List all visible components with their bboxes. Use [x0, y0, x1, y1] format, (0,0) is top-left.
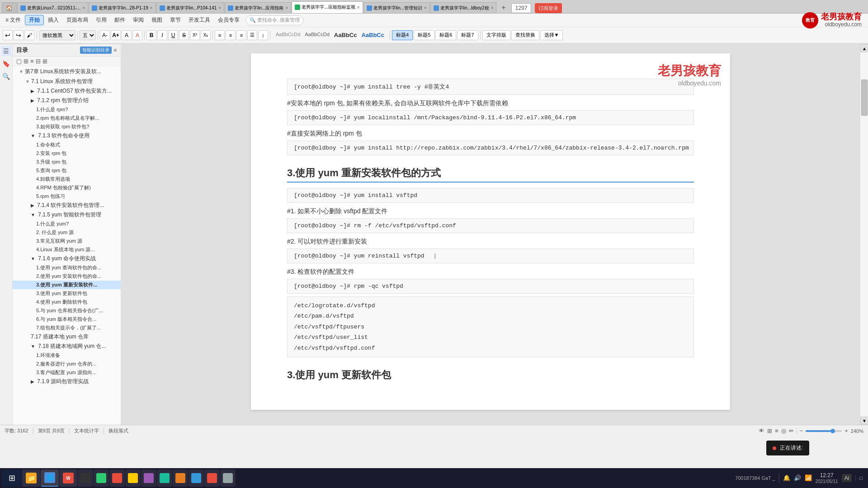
- tab-4[interactable]: 老男孩学字lin...应用指南 ×: [225, 2, 291, 13]
- toc-item-713-3[interactable]: 3.升级 rpm 包: [13, 158, 121, 166]
- heading5-btn[interactable]: 标题5: [414, 30, 434, 40]
- tab-home[interactable]: 🏠: [2, 2, 17, 13]
- zoom-in-btn[interactable]: +: [844, 427, 848, 434]
- toc-item-712-2[interactable]: 2.rpm 包名称格式及名字解...: [13, 114, 121, 122]
- taskbar-item-8[interactable]: [157, 469, 172, 487]
- toc-item-ch7[interactable]: ▼ 第7章 Linux系统软件安装及软...: [13, 66, 121, 77]
- taskbar-item-7[interactable]: [141, 469, 156, 487]
- format-painter[interactable]: 🖌: [24, 30, 34, 40]
- font-size-up[interactable]: A+: [111, 30, 121, 40]
- tab-6[interactable]: 老男孩学字lin...管理知识 ×: [363, 2, 430, 13]
- find-replace-btn[interactable]: 查找替换: [511, 30, 539, 40]
- toc-item-713-rpm[interactable]: 4.RPM 包校验(扩展了解): [13, 183, 121, 192]
- font-size-down[interactable]: A-: [100, 30, 110, 40]
- toc-item-713-1[interactable]: 1.命令格式: [13, 141, 121, 149]
- taskbar-item-wps[interactable]: W: [59, 469, 77, 487]
- sidebar-icon4[interactable]: ⊟: [36, 58, 41, 65]
- taskbar-item-5[interactable]: [109, 469, 125, 487]
- zoom-handle[interactable]: [830, 429, 835, 433]
- justify-btn[interactable]: ☰: [247, 30, 257, 40]
- tab-section[interactable]: 章节: [166, 15, 184, 25]
- view-eye-btn[interactable]: 👁: [759, 427, 764, 434]
- tab-start[interactable]: 开始: [25, 15, 44, 25]
- toc-item-715[interactable]: ▼ 7.1.5 yum 智能软件包管理: [13, 210, 121, 220]
- tab-7[interactable]: 老男孩学字lin...ldboy2校 ×: [430, 2, 497, 13]
- taskbar-show-desktop[interactable]: □: [855, 475, 863, 481]
- taskbar-item-9[interactable]: [173, 469, 188, 487]
- bookmark-icon[interactable]: 🔖: [1, 59, 11, 69]
- toc-item-716-2[interactable]: 2.使用 yum 安装软件包的命...: [13, 272, 121, 281]
- tab-close-1[interactable]: ×: [82, 5, 85, 10]
- view-list-btn[interactable]: ≡: [775, 427, 778, 434]
- tab-close-3[interactable]: ×: [218, 5, 221, 10]
- align-center[interactable]: ≡: [226, 30, 236, 40]
- text-format-btn[interactable]: 文字排版: [482, 30, 510, 40]
- toc-item-711[interactable]: ▶ 7.1.1 CentOS7 软件包安装方...: [13, 86, 121, 96]
- taskbar-item-12[interactable]: [220, 469, 236, 487]
- tab-close-5[interactable]: ×: [357, 5, 360, 10]
- tab-5-active[interactable]: 老男孩学字...应能指标监视 ×: [292, 1, 363, 13]
- toc-item-718[interactable]: ▼ 7.18 搭建本地域网 yum 仓...: [13, 342, 121, 351]
- tab-close-7[interactable]: ×: [491, 5, 494, 10]
- sidebar-icon1[interactable]: ▢: [16, 58, 22, 65]
- align-right[interactable]: ≡: [236, 30, 246, 40]
- select-btn[interactable]: 选择▼: [540, 30, 563, 40]
- taskbar-item-11[interactable]: [204, 469, 220, 487]
- toc-item-712-3[interactable]: 3.如何获取 rpm 软件包?: [13, 122, 121, 131]
- font-family-select[interactable]: 微软雅黑: [39, 30, 75, 40]
- heading4-btn[interactable]: 标题4: [392, 30, 413, 40]
- taskbar-clock-area[interactable]: 12:27 2021/05/11: [816, 472, 838, 485]
- subscript-btn[interactable]: X₂: [201, 30, 211, 40]
- zoom-out-btn[interactable]: −: [800, 427, 803, 434]
- toc-item-716-1[interactable]: 1.使用 yum 查询软件包的命...: [13, 263, 121, 272]
- zoom-slider[interactable]: [806, 430, 842, 432]
- toc-item-716-4[interactable]: 4.使用 yum 删除软件包: [13, 298, 121, 306]
- strikethrough-btn[interactable]: S: [179, 30, 189, 40]
- toc-item-713-2[interactable]: 2.安装 rpm 包: [13, 149, 121, 158]
- toc-item-713-5[interactable]: 5.查询 rpm 包: [13, 166, 121, 175]
- tab-close-4[interactable]: ×: [285, 5, 288, 10]
- tab-ref[interactable]: 引用: [92, 15, 110, 25]
- toc-item-718-2[interactable]: 2.服务器进行 yum 仓库的...: [13, 360, 121, 368]
- bold-btn[interactable]: B: [146, 30, 156, 40]
- tab-1[interactable]: 老男孩Linux7...0210511-... ×: [17, 2, 88, 13]
- font-color-btn[interactable]: A: [122, 30, 132, 40]
- tab-close-2[interactable]: ×: [150, 5, 153, 10]
- italic-btn[interactable]: I: [157, 30, 167, 40]
- toc-item-718-1[interactable]: 1.环境准备: [13, 351, 121, 360]
- view-focus-btn[interactable]: ◎: [781, 427, 786, 434]
- toc-item-714[interactable]: ▶ 7.1.4 软件安装软件包管理...: [13, 201, 121, 210]
- tab-3[interactable]: 老男孩学字lin...P104-141 ×: [156, 2, 225, 13]
- search-nav-icon[interactable]: 🔍: [1, 71, 11, 81]
- sidebar-icon3[interactable]: ≡: [30, 58, 34, 65]
- highlight-btn[interactable]: A: [132, 30, 142, 40]
- align-left[interactable]: ≡: [215, 30, 225, 40]
- sidebar-icon2[interactable]: ⊞: [24, 58, 28, 65]
- taskbar-item-3[interactable]: [78, 469, 93, 487]
- toc-item-716-3b[interactable]: 3.使用 yum 更新软件包: [13, 289, 121, 298]
- scroll-up-arrow[interactable]: ▲: [860, 44, 868, 52]
- undo-button[interactable]: ↩: [3, 30, 13, 40]
- toc-item-716-5[interactable]: 5.与 yum 仓库相关指令合(广...: [13, 306, 121, 315]
- taskbar-sys-network[interactable]: 📶: [805, 474, 812, 481]
- sidebar-icon5[interactable]: ⊞: [42, 58, 47, 65]
- taskbar-item-10[interactable]: [189, 469, 204, 487]
- menu-file[interactable]: ≡ 文件: [2, 15, 24, 25]
- scroll-down-arrow[interactable]: ▼: [860, 417, 868, 425]
- tab-view[interactable]: 视图: [148, 15, 166, 25]
- toc-item-71[interactable]: ▼ 7.1 Linux 系统软件包管理: [13, 77, 121, 86]
- toc-item-716[interactable]: ▼ 7.1.6 yum 命令使用实战: [13, 254, 121, 263]
- heading6-btn[interactable]: 标题6: [435, 30, 456, 40]
- toc-item-712[interactable]: ▶ 7.1.2 rpm 包管理介绍: [13, 96, 121, 105]
- tab-add-button[interactable]: +: [497, 2, 510, 13]
- pen-btn[interactable]: ✏: [789, 427, 794, 434]
- taskbar-ai-label[interactable]: Ai: [842, 474, 852, 482]
- font-size-select[interactable]: 五号: [80, 30, 96, 40]
- document-viewport[interactable]: 老男孩教育 oldboyedu.com [root@oldboy ~]# yum…: [121, 44, 860, 425]
- redo-button[interactable]: ↪: [14, 30, 24, 40]
- pin-button[interactable]: 订阅登录: [535, 3, 562, 13]
- tab-mail[interactable]: 邮件: [111, 15, 129, 25]
- toc-item-715-1[interactable]: 1.什么是 yum?: [13, 220, 121, 228]
- start-button[interactable]: ⊞: [2, 469, 22, 487]
- toc-item-716-7[interactable]: 7.组包相关提示令，(扩展了...: [13, 324, 121, 332]
